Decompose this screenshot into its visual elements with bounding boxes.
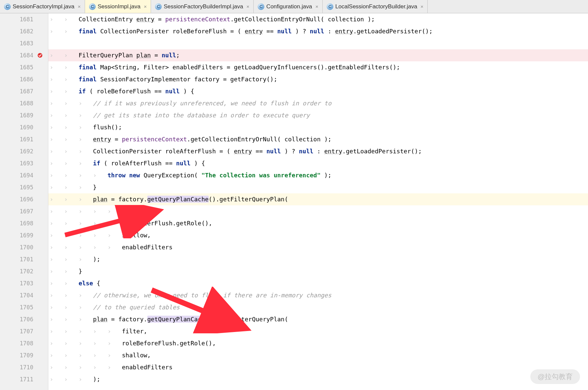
class-icon: C [155, 3, 162, 10]
code-line[interactable]: › › final Map<String, Filter> enabledFil… [48, 61, 588, 73]
tab-bar: C SessionFactoryImpl.java × C SessionImp… [0, 0, 588, 13]
code-line[interactable]: › › › › › shallow, [48, 229, 588, 241]
line-number[interactable]: 1701 [0, 253, 48, 265]
code-line[interactable]: › › else { [48, 277, 588, 289]
tab-label: LocalSessionFactoryBuilder.java [335, 3, 417, 10]
close-icon[interactable]: × [315, 4, 318, 9]
code-line[interactable]: › › } [48, 265, 588, 277]
code-line[interactable] [48, 37, 588, 49]
code-line[interactable]: › › › › › enabledFilters [48, 361, 588, 373]
code-line[interactable]: › › › plan = factory.getQueryPlanCache()… [48, 313, 588, 325]
line-number[interactable]: 1709 [0, 349, 48, 361]
tab-sessionimpl[interactable]: C SessionImpl.java × [85, 0, 151, 13]
tab-configuration[interactable]: C Configuration.java × [254, 0, 323, 13]
code-line[interactable]: › › › ); [48, 373, 588, 385]
code-line[interactable]: › › › ); [48, 253, 588, 265]
line-number[interactable]: 1703 [0, 277, 48, 289]
close-icon[interactable]: × [144, 4, 147, 9]
line-number[interactable]: 1689 [0, 109, 48, 121]
line-number[interactable]: 1697 [0, 205, 48, 217]
class-icon: C [89, 3, 96, 10]
editor-area: 1681 1682 1683 1684 1685 1686 1687 1688 … [0, 13, 588, 390]
code-line[interactable]: › › › › › shallow, [48, 349, 588, 361]
code-line[interactable]: › › if ( roleBeforeFlush == null ) { [48, 85, 588, 97]
tab-sessionfactorybuilderimpl[interactable]: C SessionFactoryBuilderImpl.java × [151, 0, 254, 13]
line-number[interactable]: 1710 [0, 361, 48, 373]
class-icon: C [327, 3, 333, 10]
tab-label: SessionImpl.java [98, 3, 141, 10]
code-line[interactable]: › › › // get its state into the database… [48, 109, 588, 121]
line-number[interactable]: 1698 [0, 217, 48, 229]
line-number[interactable]: 1682 [0, 25, 48, 37]
tab-label: SessionFactoryBuilderImpl.java [164, 3, 243, 10]
line-number[interactable]: 1685 [0, 61, 48, 73]
code-line[interactable]: › › › › › enabledFilters [48, 241, 588, 253]
line-number[interactable]: 1692 [0, 145, 48, 157]
code-line[interactable]: › › › // to the queried tables [48, 301, 588, 313]
gutter[interactable]: 1681 1682 1683 1684 1685 1686 1687 1688 … [0, 13, 48, 390]
breakpoint-icon[interactable] [37, 53, 43, 58]
code-line[interactable]: › › › // if it was previously unreferenc… [48, 97, 588, 109]
line-number[interactable]: 1708 [0, 337, 48, 349]
code-line[interactable]: › › › // otherwise, we only need to flus… [48, 289, 588, 301]
code-line[interactable]: › › › › › roleBeforeFlush.getRole(), [48, 337, 588, 349]
svg-point-0 [38, 53, 42, 58]
line-number[interactable]: 1681 [0, 13, 48, 25]
close-icon[interactable]: × [421, 4, 424, 9]
line-number[interactable]: 1699 [0, 229, 48, 241]
line-number[interactable]: 1691 [0, 133, 48, 145]
line-number[interactable]: 1695 [0, 181, 48, 193]
class-icon: C [4, 3, 11, 10]
code-area[interactable]: › › CollectionEntry entry = persistenceC… [48, 13, 588, 390]
line-number[interactable]: 1707 [0, 325, 48, 337]
line-number[interactable]: 1684 [0, 49, 48, 61]
line-number[interactable]: 1688 [0, 97, 48, 109]
class-icon: C [258, 3, 264, 10]
code-line[interactable]: › › › › › roleAfterFlush.getRole(), [48, 217, 588, 229]
tab-label: SessionFactoryImpl.java [13, 3, 74, 10]
code-line[interactable]: › › final CollectionPersister roleBefore… [48, 25, 588, 37]
code-line[interactable]: › › CollectionEntry entry = persistenceC… [48, 13, 588, 25]
line-number[interactable]: 1711 [0, 373, 48, 385]
line-number[interactable]: 1693 [0, 157, 48, 169]
code-line[interactable]: › › › } [48, 181, 588, 193]
tab-localsessionfactorybuilder[interactable]: C LocalSessionFactoryBuilder.java × [323, 0, 428, 13]
code-line[interactable]: › › › plan = factory.getQueryPlanCache()… [48, 193, 588, 205]
line-number[interactable]: 1704 [0, 289, 48, 301]
line-number[interactable]: 1702 [0, 265, 48, 277]
close-icon[interactable]: × [246, 4, 249, 9]
watermark: @拉勾教育 [530, 369, 580, 384]
line-number[interactable]: 1706 [0, 313, 48, 325]
tab-label: Configuration.java [266, 3, 312, 10]
tab-sessionfactoryimpl[interactable]: C SessionFactoryImpl.java × [0, 0, 85, 13]
code-line[interactable]: › › › entry = persistenceContext.getColl… [48, 133, 588, 145]
line-number[interactable]: 1694 [0, 169, 48, 181]
line-number[interactable]: 1686 [0, 73, 48, 85]
line-number[interactable]: 1687 [0, 85, 48, 97]
line-number[interactable]: 1700 [0, 241, 48, 253]
close-icon[interactable]: × [78, 4, 81, 9]
code-line[interactable]: › › › flush(); [48, 121, 588, 133]
code-line[interactable]: › › › if ( roleAfterFlush == null ) { [48, 157, 588, 169]
line-number[interactable]: 1683 [0, 37, 48, 49]
code-line[interactable]: › › FilterQueryPlan plan = null; [48, 49, 588, 61]
code-line[interactable]: › › › › › filter, [48, 325, 588, 337]
line-number[interactable]: 1690 [0, 121, 48, 133]
line-number[interactable]: 1696 [0, 193, 48, 205]
code-line[interactable]: › › › CollectionPersister roleAfterFlush… [48, 145, 588, 157]
code-line[interactable]: › › › › throw new QueryException( "The c… [48, 169, 588, 181]
code-line[interactable]: › › final SessionFactoryImplementor fact… [48, 73, 588, 85]
line-number[interactable]: 1705 [0, 301, 48, 313]
code-line[interactable]: › › › › › filter, [48, 205, 588, 217]
